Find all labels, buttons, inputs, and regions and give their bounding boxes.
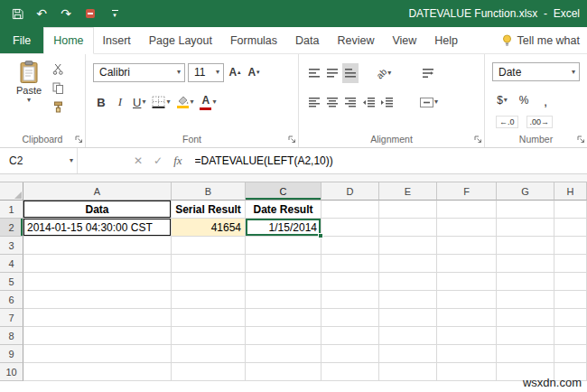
cell-C9[interactable] <box>246 345 321 363</box>
cell-F10[interactable] <box>437 363 497 381</box>
column-header-f[interactable]: F <box>437 182 497 201</box>
underline-button[interactable]: U▾ <box>131 92 147 112</box>
cell-H7[interactable] <box>554 309 587 327</box>
cell-H1[interactable] <box>554 201 587 219</box>
cell-G1[interactable] <box>497 201 554 219</box>
tab-formulas[interactable]: Formulas <box>221 27 286 53</box>
column-header-c[interactable]: C <box>246 182 321 201</box>
tab-page-layout[interactable]: Page Layout <box>140 27 221 53</box>
row-header-8[interactable]: 8 <box>0 327 23 345</box>
increase-decimal-button[interactable]: ←.0 <box>494 112 520 132</box>
qat-custom-button[interactable] <box>84 6 97 21</box>
row-header-3[interactable]: 3 <box>0 237 23 255</box>
cell-C10[interactable] <box>246 363 321 381</box>
tab-view[interactable]: View <box>383 27 425 53</box>
cell-G9[interactable] <box>497 345 554 363</box>
select-all-corner[interactable] <box>0 182 23 201</box>
cell-F6[interactable] <box>437 291 497 309</box>
row-header-5[interactable]: 5 <box>0 273 23 291</box>
cell-F1[interactable] <box>437 201 497 219</box>
shrink-font-button[interactable]: A▾ <box>246 62 262 82</box>
font-dialog-launcher[interactable] <box>287 135 296 144</box>
cell-A10[interactable] <box>23 363 172 381</box>
cell-F2[interactable] <box>437 219 497 237</box>
cell-E2[interactable] <box>379 219 437 237</box>
cell-E1[interactable] <box>379 201 437 219</box>
middle-align-button[interactable] <box>324 63 340 83</box>
cell-F8[interactable] <box>437 327 497 345</box>
cell-C1[interactable]: Date Result <box>246 201 321 219</box>
cell-E7[interactable] <box>379 309 437 327</box>
cell-G8[interactable] <box>497 327 554 345</box>
cell-A5[interactable] <box>23 273 172 291</box>
cancel-button[interactable]: ✕ <box>134 154 143 167</box>
cell-C4[interactable] <box>246 255 321 273</box>
cell-A2[interactable]: 2014-01-15 04:30:00 CST <box>23 219 172 237</box>
cell-B5[interactable] <box>172 273 246 291</box>
undo-button[interactable]: ↶ <box>35 6 48 21</box>
cell-A7[interactable] <box>23 309 172 327</box>
tab-data[interactable]: Data <box>286 27 328 53</box>
cell-E5[interactable] <box>379 273 437 291</box>
cell-E3[interactable] <box>379 237 437 255</box>
copy-button[interactable] <box>52 82 64 94</box>
cell-H2[interactable] <box>554 219 587 237</box>
customize-quick-access-button[interactable]: ▾ <box>108 6 121 21</box>
cell-G5[interactable] <box>497 273 554 291</box>
row-header-9[interactable]: 9 <box>0 345 23 363</box>
cell-D4[interactable] <box>321 255 379 273</box>
fill-color-button[interactable]: ▾ <box>174 92 195 112</box>
fill-handle[interactable] <box>318 233 323 238</box>
cell-F9[interactable] <box>437 345 497 363</box>
cell-B4[interactable] <box>172 255 246 273</box>
cell-D8[interactable] <box>321 327 379 345</box>
column-header-h[interactable]: H <box>554 182 587 201</box>
borders-button[interactable]: ▾ <box>150 92 172 112</box>
cell-G4[interactable] <box>497 255 554 273</box>
cell-F7[interactable] <box>437 309 497 327</box>
cell-A1[interactable]: Data <box>23 201 172 219</box>
cell-D9[interactable] <box>321 345 379 363</box>
cell-G7[interactable] <box>497 309 554 327</box>
row-header-4[interactable]: 4 <box>0 255 23 273</box>
decrease-indent-button[interactable] <box>360 92 377 112</box>
cell-C2[interactable]: 1/15/2014 <box>246 219 321 237</box>
cell-D10[interactable] <box>321 363 379 381</box>
column-header-b[interactable]: B <box>172 182 246 201</box>
cell-F5[interactable] <box>437 273 497 291</box>
row-header-6[interactable]: 6 <box>0 291 23 309</box>
cell-D1[interactable] <box>321 201 379 219</box>
column-header-d[interactable]: D <box>321 182 379 201</box>
number-format-combo[interactable]: Date▾ <box>492 62 580 81</box>
cell-A6[interactable] <box>23 291 172 309</box>
tab-insert[interactable]: Insert <box>94 27 140 53</box>
cell-G3[interactable] <box>497 237 554 255</box>
row-header-2[interactable]: 2 <box>0 219 23 237</box>
align-left-button[interactable] <box>306 92 322 112</box>
tab-help[interactable]: Help <box>425 27 467 53</box>
row-header-10[interactable]: 10 <box>0 363 23 381</box>
cell-D2[interactable] <box>321 219 379 237</box>
cell-F4[interactable] <box>437 255 497 273</box>
format-painter-button[interactable] <box>52 101 64 113</box>
column-header-e[interactable]: E <box>379 182 437 201</box>
cell-H6[interactable] <box>554 291 587 309</box>
percent-style-button[interactable]: % <box>516 90 532 110</box>
cell-H9[interactable] <box>554 345 587 363</box>
cell-D3[interactable] <box>321 237 379 255</box>
grow-font-button[interactable]: A▴ <box>227 62 243 82</box>
cell-A9[interactable] <box>23 345 172 363</box>
cell-E10[interactable] <box>379 363 437 381</box>
formula-input[interactable]: =DATEVALUE(LEFT(A2,10)) <box>195 154 587 167</box>
redo-button[interactable]: ↷ <box>60 6 72 21</box>
cell-D6[interactable] <box>321 291 379 309</box>
cell-B7[interactable] <box>172 309 246 327</box>
cell-B1[interactable]: Serial Result <box>172 201 246 219</box>
comma-style-button[interactable]: , <box>537 90 554 110</box>
row-header-1[interactable]: 1 <box>0 201 23 219</box>
column-header-g[interactable]: G <box>497 182 554 201</box>
cell-B10[interactable] <box>172 363 246 381</box>
cell-G6[interactable] <box>497 291 554 309</box>
italic-button[interactable]: I <box>112 92 128 112</box>
accounting-format-button[interactable]: $▾ <box>494 90 510 110</box>
